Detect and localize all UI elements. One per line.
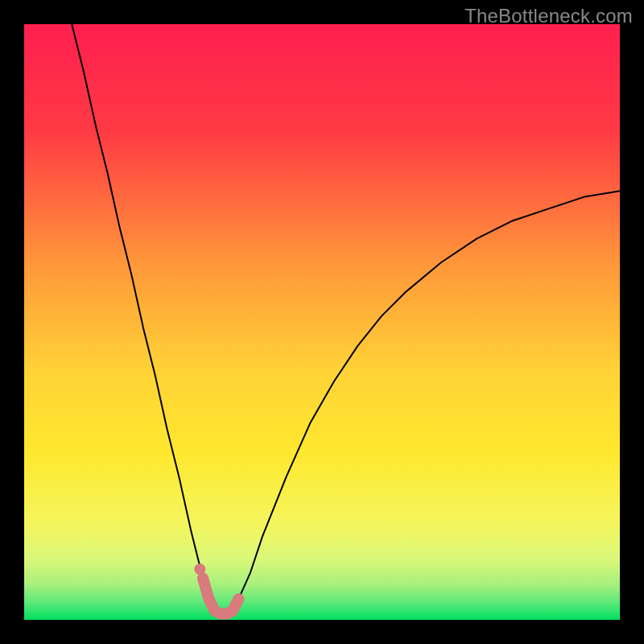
markers-group (194, 564, 205, 575)
gradient-background (24, 24, 620, 620)
marker-dot (194, 564, 205, 575)
watermark-label: TheBottleneck.com (464, 5, 633, 27)
plot-svg (24, 24, 620, 620)
plot-frame (24, 24, 620, 620)
